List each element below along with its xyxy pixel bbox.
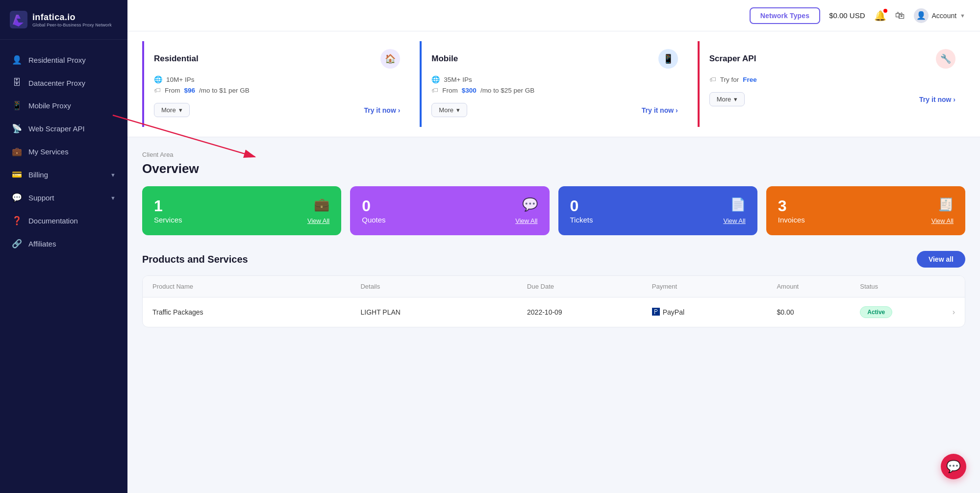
sidebar-item-my-services[interactable]: 💼 My Services xyxy=(0,140,127,163)
stat-icon-invoices: 🧾 xyxy=(938,197,954,212)
sidebar-item-datacenter-proxy[interactable]: 🗄 Datacenter Proxy xyxy=(0,72,127,94)
logo-subtitle: Global Peer-to-Business Proxy Network xyxy=(32,23,112,27)
breadcrumb: Client Area xyxy=(142,151,965,158)
card-icon-mobile: 📱 xyxy=(658,49,678,69)
main-content: Network Types $0.00 USD 🔔 🛍 👤 Account ▼ … xyxy=(127,0,980,493)
card-detail-ips-residential: 🌐 10M+ IPs xyxy=(154,75,400,83)
avatar: 👤 xyxy=(914,8,929,23)
service-cards: Residential 🏠 🌐 10M+ IPs 🏷 From $96 /mo … xyxy=(127,31,980,137)
nav-label-documentation: Documentation xyxy=(28,217,116,225)
cell-amount: $0.00 xyxy=(777,308,860,316)
try-button-residential[interactable]: Try it now › xyxy=(364,106,400,114)
more-button-mobile[interactable]: More ▾ xyxy=(431,103,467,117)
stat-label-invoices: Invoices xyxy=(778,216,805,224)
sidebar-item-residential-proxy[interactable]: 👤 Residential Proxy xyxy=(0,49,127,72)
nav-label-support: Support xyxy=(28,194,103,202)
more-button-scraper-api[interactable]: More ▾ xyxy=(709,92,745,106)
nav-icon-affiliates: 🔗 xyxy=(12,239,22,249)
stat-number-services: 1 xyxy=(154,198,182,214)
table-header: Product Name Details Due Date Payment Am… xyxy=(143,276,965,297)
nav-icon-billing: 💳 xyxy=(12,170,22,180)
stat-view-all-quotes[interactable]: View All xyxy=(515,217,537,224)
try-button-scraper-api[interactable]: Try it now › xyxy=(919,96,955,103)
card-icon-residential: 🏠 xyxy=(380,49,400,69)
header: Network Types $0.00 USD 🔔 🛍 👤 Account ▼ xyxy=(127,0,980,31)
nav-label-datacenter-proxy: Datacenter Proxy xyxy=(28,79,116,87)
sidebar-item-support[interactable]: 💬 Support ▼ xyxy=(0,186,127,209)
account-button[interactable]: 👤 Account ▼ xyxy=(914,8,965,23)
th-product-name: Product Name xyxy=(152,283,360,290)
stat-view-all-invoices[interactable]: View All xyxy=(931,217,954,224)
row-arrow-icon: › xyxy=(943,308,955,317)
stat-icon-quotes: 💬 xyxy=(522,197,538,212)
tag-icon: 🏷 xyxy=(709,75,716,83)
more-button-residential[interactable]: More ▾ xyxy=(154,103,190,117)
service-card-mobile: Mobile 📱 🌐 35M+ IPs 🏷 From $300 /mo to $… xyxy=(420,41,687,127)
chevron-down-icon: ▾ xyxy=(456,106,460,114)
sidebar: infatica.io Global Peer-to-Business Prox… xyxy=(0,0,127,493)
card-title-mobile: Mobile xyxy=(431,54,458,64)
tag-icon: 🏷 xyxy=(154,86,161,94)
sidebar-item-documentation[interactable]: ❓ Documentation xyxy=(0,209,127,232)
shopping-bag-icon[interactable]: 🛍 xyxy=(895,10,905,21)
notification-bell-icon[interactable]: 🔔 xyxy=(874,10,886,22)
table-row[interactable]: Traffic Packages LIGHT PLAN 2022-10-09 🅿… xyxy=(143,297,965,327)
nav-label-my-services: My Services xyxy=(28,148,116,156)
logo-text: infatica.io Global Peer-to-Business Prox… xyxy=(32,12,112,27)
view-all-button[interactable]: View all xyxy=(917,251,965,268)
card-detail-price-residential: 🏷 From $96 /mo to $1 per GB xyxy=(154,86,400,94)
th-amount: Amount xyxy=(777,283,860,290)
products-table: Product Name Details Due Date Payment Am… xyxy=(142,275,965,327)
th-payment: Payment xyxy=(652,283,777,290)
nav-icon-documentation: ❓ xyxy=(12,216,22,226)
stat-view-all-services[interactable]: View All xyxy=(307,217,329,224)
stat-number-tickets: 0 xyxy=(570,198,593,214)
cell-product-name: Traffic Packages xyxy=(152,308,360,316)
logo-title: infatica.io xyxy=(32,12,112,23)
sidebar-logo: infatica.io Global Peer-to-Business Prox… xyxy=(0,0,127,40)
overview-title: Overview xyxy=(142,161,965,176)
chevron-icon-billing: ▼ xyxy=(110,172,116,178)
th-due-date: Due Date xyxy=(527,283,652,290)
stat-number-quotes: 0 xyxy=(362,198,385,214)
service-card-residential: Residential 🏠 🌐 10M+ IPs 🏷 From $96 /mo … xyxy=(142,41,410,127)
stat-icon-services: 💼 xyxy=(314,197,329,212)
cell-details: LIGHT PLAN xyxy=(360,308,527,316)
sidebar-item-web-scraper-api[interactable]: 📡 Web Scraper API xyxy=(0,117,127,140)
sidebar-item-mobile-proxy[interactable]: 📱 Mobile Proxy xyxy=(0,94,127,117)
overview-section: Client Area Overview 1 Services 💼 View A… xyxy=(127,137,980,235)
stat-label-quotes: Quotes xyxy=(362,216,385,224)
nav-icon-datacenter-proxy: 🗄 xyxy=(12,78,22,88)
paypal-icon: 🅿 xyxy=(652,308,660,317)
stat-card-tickets: 0 Tickets 📄 View All xyxy=(558,186,757,235)
card-icon-scraper-api: 🔧 xyxy=(936,49,955,69)
nav-icon-residential-proxy: 👤 xyxy=(12,55,22,65)
stat-view-all-tickets[interactable]: View All xyxy=(723,217,745,224)
nav-icon-my-services: 💼 xyxy=(12,147,22,157)
price-highlight-mobile: $300 xyxy=(462,87,477,94)
th-status: Status xyxy=(860,283,943,290)
cell-due-date: 2022-10-09 xyxy=(527,308,652,316)
chevron-down-icon: ▼ xyxy=(960,13,965,19)
notification-dot xyxy=(883,9,887,13)
chat-button[interactable]: 💬 xyxy=(941,454,966,479)
sidebar-item-billing[interactable]: 💳 Billing ▼ xyxy=(0,163,127,186)
products-header: Products and Services View all xyxy=(142,251,965,268)
stat-number-invoices: 3 xyxy=(778,198,805,214)
products-title: Products and Services xyxy=(142,254,248,265)
products-section: Products and Services View all Product N… xyxy=(127,251,980,342)
chat-icon: 💬 xyxy=(946,460,961,473)
stat-icon-tickets: 📄 xyxy=(730,197,746,212)
try-button-mobile[interactable]: Try it now › xyxy=(642,106,678,114)
th-arrow xyxy=(943,283,955,290)
network-types-button[interactable]: Network Types xyxy=(750,7,820,24)
card-title-residential: Residential xyxy=(154,54,199,64)
card-detail-ips-mobile: 🌐 35M+ IPs xyxy=(431,75,678,83)
cell-status: Active xyxy=(860,306,943,318)
tag-icon: 🏷 xyxy=(431,86,438,94)
sidebar-item-affiliates[interactable]: 🔗 Affiliates xyxy=(0,232,127,255)
nav-label-affiliates: Affiliates xyxy=(28,240,116,248)
nav-label-billing: Billing xyxy=(28,171,103,179)
stat-label-tickets: Tickets xyxy=(570,216,593,224)
nav-label-web-scraper-api: Web Scraper API xyxy=(28,124,116,133)
